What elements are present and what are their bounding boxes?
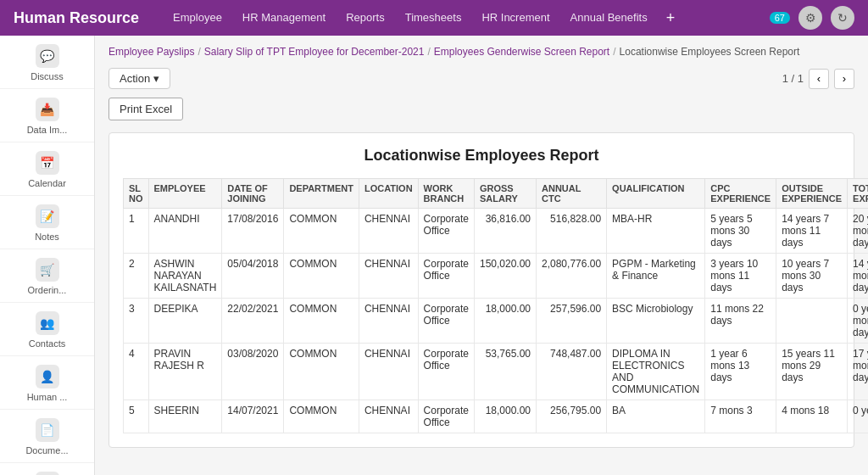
nav-item-employee[interactable]: Employee xyxy=(164,6,231,31)
cell-outside_experience-1: 10 years 7 mons 30 days xyxy=(776,254,848,299)
cell-sl_no-1: 2 xyxy=(124,254,149,299)
cell-department-0: COMMON xyxy=(284,209,359,254)
sidebar-item-human[interactable]: 👤 Human ... xyxy=(0,356,94,410)
cell-location-0: CHENNAI xyxy=(359,209,418,254)
print-excel-button[interactable]: Print Excel xyxy=(108,98,183,120)
cell-sl_no-4: 5 xyxy=(124,400,149,433)
contacts-icon: 👥 xyxy=(36,311,59,335)
sidebar-item-discuss[interactable]: 💬 Discuss xyxy=(0,36,94,89)
cell-cpc_experience-0: 5 years 5 mons 30 days xyxy=(705,209,776,254)
next-page-button[interactable]: › xyxy=(834,69,854,89)
action-button[interactable]: Action ▾ xyxy=(108,68,170,89)
cell-gross_salary-1: 150,020.00 xyxy=(474,254,536,299)
top-navigation: Human Resource EmployeeHR ManagementRepo… xyxy=(0,0,868,36)
nav-item-hr-management[interactable]: HR Management xyxy=(234,6,334,31)
sidebar-label-ordering: Orderin... xyxy=(28,285,67,295)
cell-total_experience-4: 0 years 11 xyxy=(848,400,868,433)
pagination-info: 1 / 1 xyxy=(782,72,804,85)
breadcrumb-item-0[interactable]: Employee Payslips xyxy=(108,46,194,58)
cell-annual_ctc-3: 748,487.00 xyxy=(537,344,607,400)
breadcrumb-item-1[interactable]: Salary Slip of TPT Employee for December… xyxy=(204,46,425,58)
sidebar-item-sales-ta[interactable]: 📊 Sales Ta... xyxy=(0,463,94,475)
cell-sl_no-0: 1 xyxy=(124,209,149,254)
breadcrumb-item-2[interactable]: Employees Genderwise Screen Report xyxy=(434,46,609,58)
cell-qualification-1: PGPM - Marketing & Finance xyxy=(607,254,705,299)
notes-icon: 📝 xyxy=(36,204,59,228)
table-row: 4PRAVIN RAJESH R03/08/2020COMMONCHENNAIC… xyxy=(124,344,869,400)
nav-item-timesheets[interactable]: Timesheets xyxy=(397,6,470,31)
sidebar-label-data-import: Data Im... xyxy=(27,125,68,135)
notification-badge: 67 xyxy=(770,12,790,24)
cell-qualification-3: DIPLOMA IN ELECTRONICS AND COMMUNICATION xyxy=(607,344,705,400)
table-row: 1ANANDHI17/08/2016COMMONCHENNAICorporate… xyxy=(124,209,869,254)
settings-icon[interactable]: ⚙ xyxy=(798,6,822,30)
cell-employee-2: DEEPIKA xyxy=(148,299,222,344)
sidebar-label-docume: Docume... xyxy=(25,445,68,455)
cell-work_branch-2: Corporate Office xyxy=(418,299,474,344)
sidebar-label-calendar: Calendar xyxy=(28,178,66,188)
cell-cpc_experience-3: 1 year 6 mons 13 days xyxy=(705,344,776,400)
cell-gross_salary-2: 18,000.00 xyxy=(474,299,536,344)
sidebar-item-ordering[interactable]: 🛒 Orderin... xyxy=(0,249,94,303)
cell-cpc_experience-4: 7 mons 3 xyxy=(705,400,776,433)
cell-employee-4: SHEERIN xyxy=(148,400,222,433)
report-table: Sl NoEMPLOYEEDATE OF JOININGDEPARTMENTLO… xyxy=(123,178,868,433)
cell-outside_experience-3: 15 years 11 mons 29 days xyxy=(776,344,848,400)
col-header-total_experience: TOTAL EXPERIENCE xyxy=(848,179,868,209)
table-row: 3DEEPIKA22/02/2021COMMONCHENNAICorporate… xyxy=(124,299,869,344)
sidebar-item-data-import[interactable]: 📥 Data Im... xyxy=(0,89,94,142)
cell-outside_experience-4: 4 mons 18 xyxy=(776,400,848,433)
cell-work_branch-4: Corporate Office xyxy=(418,400,474,433)
col-header-outside_experience: OUTSIDE EXPERIENCE xyxy=(776,179,848,209)
refresh-icon[interactable]: ↻ xyxy=(831,6,854,30)
sidebar-item-contacts[interactable]: 👥 Contacts xyxy=(0,303,94,356)
cell-qualification-4: BA xyxy=(607,400,705,433)
cell-location-3: CHENNAI xyxy=(359,344,418,400)
main-layout: 💬 Discuss 📥 Data Im... 📅 Calendar 📝 Note… xyxy=(0,36,868,475)
table-row: 2ASHWIN NARAYAN KAILASNATH05/04/2018COMM… xyxy=(124,254,869,299)
cell-employee-1: ASHWIN NARAYAN KAILASNATH xyxy=(148,254,222,299)
nav-item-annual-benefits[interactable]: Annual Benefits xyxy=(562,6,656,31)
cell-gross_salary-4: 18,000.00 xyxy=(474,400,536,433)
cell-employee-0: ANANDHI xyxy=(148,209,222,254)
breadcrumb-separator: / xyxy=(198,46,200,58)
nav-plus-button[interactable]: + xyxy=(659,6,682,31)
col-header-cpc_experience: CPC EXPERIENCE xyxy=(705,179,776,209)
sidebar: 💬 Discuss 📥 Data Im... 📅 Calendar 📝 Note… xyxy=(0,36,95,475)
cell-cpc_experience-1: 3 years 10 mons 11 days xyxy=(705,254,776,299)
cell-employee-3: PRAVIN RAJESH R xyxy=(148,344,222,400)
table-row: 5SHEERIN14/07/2021COMMONCHENNAICorporate… xyxy=(124,400,869,433)
col-header-work_branch: WORK BRANCH xyxy=(418,179,474,209)
cell-work_branch-1: Corporate Office xyxy=(418,254,474,299)
col-header-employee: EMPLOYEE xyxy=(148,179,222,209)
action-bar: Action ▾ 1 / 1 ‹ › xyxy=(108,68,854,89)
sidebar-label-discuss: Discuss xyxy=(31,71,64,81)
cell-annual_ctc-1: 2,080,776.00 xyxy=(537,254,607,299)
nav-item-hr-increment[interactable]: HR Increment xyxy=(473,6,558,31)
prev-page-button[interactable]: ‹ xyxy=(809,69,829,89)
pagination: 1 / 1 ‹ › xyxy=(782,69,854,89)
cell-gross_salary-0: 36,816.00 xyxy=(474,209,536,254)
cell-annual_ctc-2: 257,596.00 xyxy=(537,299,607,344)
cell-date_of_joining-2: 22/02/2021 xyxy=(222,299,284,344)
cell-department-2: COMMON xyxy=(284,299,359,344)
sidebar-item-notes[interactable]: 📝 Notes xyxy=(0,196,94,249)
cell-location-1: CHENNAI xyxy=(359,254,418,299)
nav-item-reports[interactable]: Reports xyxy=(337,6,393,31)
cell-gross_salary-3: 53,765.00 xyxy=(474,344,536,400)
report-container: Locationwise Employees Report Sl NoEMPLO… xyxy=(108,132,854,448)
cell-date_of_joining-3: 03/08/2020 xyxy=(222,344,284,400)
cell-sl_no-2: 3 xyxy=(124,299,149,344)
col-header-annual_ctc: ANNUAL CTC xyxy=(537,179,607,209)
report-title: Locationwise Employees Report xyxy=(123,147,840,165)
sidebar-item-calendar[interactable]: 📅 Calendar xyxy=(0,142,94,196)
top-nav-menu: EmployeeHR ManagementReportsTimesheetsHR… xyxy=(164,6,770,31)
breadcrumb-item-3: Locationwise Employees Screen Report xyxy=(620,46,800,58)
sidebar-item-docume[interactable]: 📄 Docume... xyxy=(0,410,94,463)
cell-department-3: COMMON xyxy=(284,344,359,400)
ordering-icon: 🛒 xyxy=(36,258,59,282)
sidebar-label-human: Human ... xyxy=(27,392,68,402)
human-icon: 👤 xyxy=(36,365,59,388)
col-header-gross_salary: GROSS SALARY xyxy=(474,179,536,209)
app-brand: Human Resource xyxy=(14,9,139,27)
